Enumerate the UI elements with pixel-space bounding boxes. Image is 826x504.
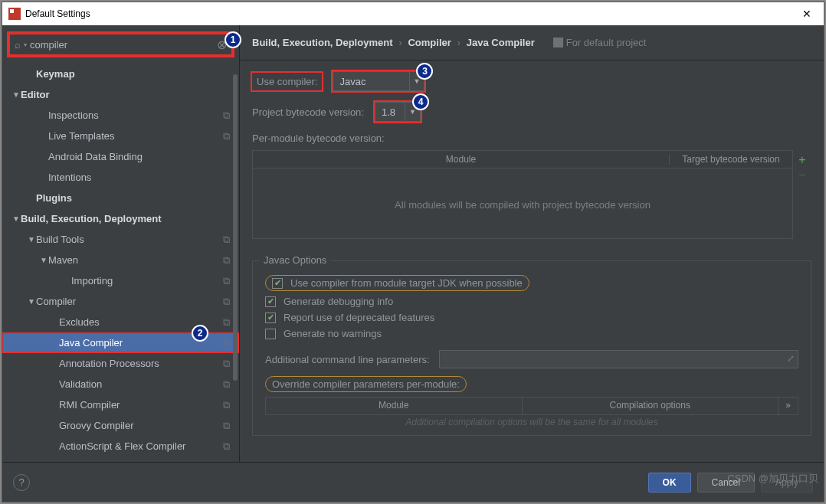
settings-window: Default Settings ✕ ⌕ ▾ ⊗ 1 Keymap▼Editor… bbox=[2, 2, 824, 502]
for-default-label: For default project bbox=[566, 37, 647, 48]
module-table-body: All modules will be compiled with projec… bbox=[252, 169, 793, 239]
sidebar-item-label: Groovy Compiler bbox=[59, 420, 223, 431]
svg-rect-1 bbox=[10, 9, 14, 13]
sidebar-item[interactable]: Plugins bbox=[2, 188, 239, 208]
sidebar-item[interactable]: Validation⧉ bbox=[2, 374, 239, 394]
checkbox-deprecated[interactable]: ✔ bbox=[265, 313, 276, 323]
checkbox-no-warnings[interactable] bbox=[265, 329, 276, 339]
ok-button[interactable]: OK bbox=[648, 473, 691, 493]
sidebar-item-label: Keymap bbox=[36, 68, 230, 80]
sidebar-item[interactable]: ▼Build, Execution, Deployment bbox=[2, 208, 239, 229]
app-icon bbox=[8, 8, 21, 20]
copy-profile-icon: ⧉ bbox=[223, 110, 230, 122]
chevron-right-icon: › bbox=[398, 38, 402, 48]
sidebar-item-label: Maven bbox=[48, 254, 223, 266]
sidebar-item-label: ActionScript & Flex Compiler bbox=[59, 440, 223, 452]
titlebar: Default Settings ✕ bbox=[2, 2, 824, 25]
use-compiler-dropdown[interactable]: Javac ▼ 3 bbox=[333, 71, 424, 91]
sidebar-item[interactable]: ▼Editor bbox=[2, 84, 239, 105]
chk-deprecated-label: Report use of deprecated features bbox=[284, 312, 434, 323]
sidebar-item[interactable]: Inspections⧉ bbox=[2, 105, 239, 126]
sidebar-item-label: Validation bbox=[59, 378, 223, 390]
bytecode-version-value: 1.8 bbox=[382, 106, 395, 118]
breadcrumb-c: Java Compiler bbox=[467, 37, 535, 48]
checkbox-use-module-jdk[interactable]: ✔ bbox=[272, 278, 283, 289]
help-button[interactable]: ? bbox=[13, 474, 30, 491]
module-table-header: Module Target bytecode version bbox=[252, 150, 793, 169]
copy-profile-icon: ⧉ bbox=[223, 234, 230, 246]
highlight-oval-1: ✔ Use compiler from module target JDK wh… bbox=[265, 275, 529, 291]
copy-profile-icon: ⧉ bbox=[223, 399, 230, 411]
copy-profile-icon: ⧉ bbox=[223, 275, 230, 287]
override-table-header: Module Compilation options » bbox=[265, 397, 798, 415]
breadcrumb-b[interactable]: Compiler bbox=[408, 37, 451, 48]
expand-icon[interactable]: ⤢ bbox=[787, 353, 795, 364]
sidebar-item[interactable]: ActionScript & Flex Compiler⧉ bbox=[2, 436, 239, 457]
annotation-badge-3: 3 bbox=[416, 63, 433, 80]
annotation-badge-2: 2 bbox=[192, 325, 208, 342]
dialog-footer: ? OK Cancel Apply bbox=[2, 462, 824, 502]
sidebar-item[interactable]: Groovy Compiler⧉ bbox=[2, 415, 239, 436]
sidebar-item[interactable]: ▼Maven⧉ bbox=[2, 250, 239, 270]
copy-profile-icon: ⧉ bbox=[223, 358, 230, 370]
sidebar-item-label: Plugins bbox=[36, 192, 230, 204]
bytecode-version-dropdown[interactable]: 1.8 ▼ 4 bbox=[375, 102, 421, 122]
sidebar-item-label: Editor bbox=[21, 89, 230, 100]
sidebar-item[interactable]: ▼Build Tools⧉ bbox=[2, 229, 239, 250]
col-module: Module bbox=[253, 154, 670, 165]
copy-profile-icon: ⧉ bbox=[223, 378, 230, 391]
sidebar-item[interactable]: Keymap bbox=[2, 64, 239, 84]
settings-tree: Keymap▼EditorInspections⧉Live Templates⧉… bbox=[2, 64, 239, 462]
sidebar-item[interactable]: Intentions bbox=[2, 167, 239, 188]
search-input[interactable] bbox=[30, 39, 215, 51]
tree-arrow-icon: ▼ bbox=[27, 297, 36, 306]
scrollbar-thumb[interactable] bbox=[233, 74, 238, 381]
tree-arrow-icon: ▼ bbox=[11, 214, 21, 223]
col-target-version: Target bytecode version bbox=[670, 154, 792, 165]
annotation-badge-1: 1 bbox=[225, 31, 241, 48]
breadcrumb-a[interactable]: Build, Execution, Deployment bbox=[252, 37, 392, 48]
javac-legend: Javac Options bbox=[259, 254, 331, 266]
close-icon[interactable]: ✕ bbox=[796, 8, 818, 20]
search-icon: ⌕ bbox=[15, 39, 21, 51]
sidebar-item-label: Annotation Processors bbox=[59, 358, 223, 369]
sidebar-item[interactable]: Java Compiler⧉2 bbox=[2, 332, 239, 353]
add-row-icon[interactable]: + bbox=[798, 153, 805, 167]
col-module-2: Module bbox=[266, 398, 523, 414]
breadcrumb: Build, Execution, Deployment › Compiler … bbox=[240, 25, 824, 61]
more-icon[interactable]: » bbox=[778, 398, 798, 414]
tree-arrow-icon: ▼ bbox=[27, 235, 36, 244]
chevron-right-icon: › bbox=[457, 38, 461, 48]
sidebar-item[interactable]: Annotation Processors⧉ bbox=[2, 353, 239, 374]
override-hint: Additional compilation options will be t… bbox=[265, 415, 798, 429]
default-project-icon bbox=[553, 38, 563, 47]
copy-profile-icon: ⧉ bbox=[223, 130, 230, 142]
remove-row-icon: − bbox=[798, 169, 805, 182]
addl-params-label: Additional command line parameters: bbox=[265, 354, 430, 365]
per-module-label: Per-module bytecode version: bbox=[252, 133, 811, 144]
sidebar-item[interactable]: Android Data Binding bbox=[2, 146, 239, 167]
tree-arrow-icon: ▼ bbox=[39, 256, 48, 264]
sidebar-item-label: Live Templates bbox=[48, 130, 223, 142]
sidebar-item[interactable]: RMI Compiler⧉ bbox=[2, 394, 239, 415]
checkbox-debug-info[interactable]: ✔ bbox=[265, 296, 276, 307]
table-actions: + − bbox=[793, 150, 811, 239]
search-dropdown-icon[interactable]: ▾ bbox=[24, 41, 27, 48]
sidebar-item-label: Android Data Binding bbox=[48, 151, 230, 162]
cancel-button[interactable]: Cancel bbox=[697, 473, 755, 493]
use-compiler-value: Javac bbox=[339, 76, 365, 87]
chk-use-module-jdk-label: Use compiler from module target JDK when… bbox=[290, 277, 523, 289]
addl-params-input[interactable]: ⤢ bbox=[439, 350, 798, 368]
copy-profile-icon: ⧉ bbox=[223, 316, 230, 329]
tree-arrow-icon: ▼ bbox=[11, 90, 21, 99]
copy-profile-icon: ⧉ bbox=[223, 296, 230, 308]
use-compiler-label: Use compiler: bbox=[252, 73, 322, 90]
sidebar-item[interactable]: ▼Compiler⧉ bbox=[2, 291, 239, 312]
sidebar-item-label: RMI Compiler bbox=[59, 399, 223, 411]
sidebar-item[interactable]: Live Templates⧉ bbox=[2, 126, 239, 146]
search-input-frame: ⌕ ▾ ⊗ 1 bbox=[8, 33, 233, 56]
override-params-label: Override compiler parameters per-module: bbox=[272, 378, 460, 390]
sidebar-item[interactable]: Importing⧉ bbox=[2, 270, 239, 291]
table-placeholder: All modules will be compiled with projec… bbox=[395, 199, 651, 211]
sidebar-item-label: Importing bbox=[71, 275, 223, 286]
